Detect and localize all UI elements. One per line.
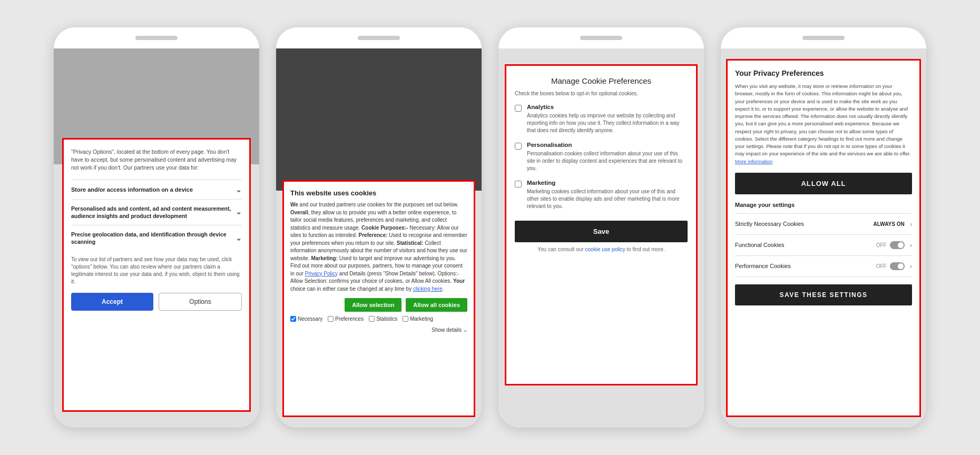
marketing-desc: Marketing cookies collect information ab… — [527, 188, 688, 210]
phone-2-checkboxes: Necessary Preferences Statistics Marketi… — [290, 316, 467, 333]
show-details-label: Show details — [432, 327, 462, 333]
checkbox-preferences[interactable]: Preferences — [328, 316, 364, 322]
phone-2-body: We and our trusted partners use cookies … — [290, 201, 467, 293]
phone-1-intro-text: "Privacy Options", located at the bottom… — [71, 148, 242, 172]
performance-off-label: OFF — [876, 263, 887, 269]
marketing-option: Marketing Marketing cookies collect info… — [515, 180, 688, 210]
phone-1-item-1-label: Store and/or access information on a dev… — [71, 186, 193, 193]
functional-toggle-area: OFF › — [876, 241, 912, 249]
allow-all-cookies-button[interactable]: Allow all cookies — [406, 298, 467, 312]
personalisation-option: Personalisation Personalisation cookies … — [515, 142, 688, 172]
manage-settings-label: Manage your settings — [735, 202, 912, 208]
phone-2-screen: This website uses cookies We and our tru… — [276, 48, 482, 428]
chevron-down-icon-3: ⌄ — [236, 233, 242, 243]
phone-4: Your Privacy Preferences When you visit … — [721, 27, 926, 428]
privacy-body: When you visit any website, it may store… — [735, 83, 912, 165]
privacy-policy-link[interactable]: Privacy Policy — [305, 271, 338, 276]
cookie-use-policy-link[interactable]: cookie use policy — [585, 246, 627, 252]
functional-cookies-label: Functional Cookies — [735, 242, 785, 248]
consult-suffix: to find out more. — [626, 246, 664, 252]
phone-1-btn-row: Accept Options — [71, 293, 242, 311]
phone-2-btn-row: Allow selection Allow all cookies — [290, 298, 467, 312]
phone-2: This website uses cookies We and our tru… — [276, 27, 482, 428]
show-details-control[interactable]: Show details ⌄ — [432, 327, 467, 333]
strictly-necessary-toggle-area: ALWAYS ON › — [874, 220, 912, 228]
phone-1-cookie-panel: "Privacy Options", located at the bottom… — [62, 138, 251, 412]
personalisation-title: Personalisation — [527, 142, 688, 148]
performance-cookies-row[interactable]: Performance Cookies OFF › — [735, 255, 912, 277]
preferences-checkbox[interactable] — [328, 316, 334, 322]
functional-cookies-row[interactable]: Functional Cookies OFF › — [735, 234, 912, 255]
phone-1: "Privacy Options", located at the bottom… — [54, 27, 259, 428]
consult-text: You can consult our cookie use policy to… — [515, 246, 688, 252]
phone-4-privacy-panel: Your Privacy Preferences When you visit … — [726, 59, 921, 417]
chevron-right-icon-2: › — [910, 241, 912, 249]
phone-2-title: This website uses cookies — [290, 189, 467, 197]
personalisation-checkbox[interactable] — [515, 143, 522, 150]
phone-1-screen: "Privacy Options", located at the bottom… — [54, 48, 259, 428]
marketing-title: Marketing — [527, 180, 688, 186]
clicking-here-link[interactable]: clicking here — [413, 286, 443, 292]
phone-3-subtitle: Check the boxes below to opt-in for opti… — [515, 91, 688, 96]
phone-1-footer-text: To view our list of partners and see how… — [71, 256, 242, 285]
chevron-right-icon-1: › — [910, 220, 912, 228]
phone-4-screen: Your Privacy Preferences When you visit … — [721, 48, 926, 428]
phone-2-bg — [276, 48, 482, 191]
privacy-body-text: When you visit any website, it may store… — [735, 83, 911, 156]
personalisation-content: Personalisation Personalisation cookies … — [527, 142, 688, 172]
strictly-necessary-row[interactable]: Strictly Necessary Cookies ALWAYS ON › — [735, 213, 912, 234]
chevron-down-icon-2: ⌄ — [236, 207, 242, 217]
accept-button[interactable]: Accept — [71, 293, 153, 311]
performance-cookies-label: Performance Cookies — [735, 263, 791, 269]
performance-toggle-area: OFF › — [876, 262, 912, 270]
functional-off-label: OFF — [876, 242, 887, 248]
performance-toggle[interactable] — [890, 262, 905, 270]
phone-1-item-2-label: Personalised ads and content, ad and con… — [71, 205, 236, 220]
checkbox-marketing[interactable]: Marketing — [403, 316, 433, 322]
phone-3-screen: Manage Cookie Preferences Check the boxe… — [498, 48, 704, 428]
marketing-checkbox[interactable] — [403, 316, 408, 322]
strictly-necessary-label: Strictly Necessary Cookies — [735, 221, 804, 227]
functional-toggle[interactable] — [890, 241, 905, 249]
analytics-checkbox[interactable] — [515, 105, 522, 112]
personalisation-desc: Personalisation cookies collect informat… — [527, 150, 688, 172]
analytics-content: Analytics Analytics cookies help us impr… — [527, 104, 688, 134]
consult-prefix: You can consult our — [537, 246, 583, 252]
phone-1-item-3-label: Precise geolocation data, and identifica… — [71, 231, 236, 245]
statistics-checkbox[interactable] — [369, 316, 375, 322]
allow-all-button[interactable]: ALLOW ALL — [735, 173, 912, 194]
checkbox-statistics[interactable]: Statistics — [369, 316, 397, 322]
marketing-checkbox-p3[interactable] — [515, 181, 522, 187]
phone-1-item-3[interactable]: Precise geolocation data, and identifica… — [71, 225, 242, 251]
phone-3-manage-panel: Manage Cookie Preferences Check the boxe… — [505, 64, 698, 385]
save-button-p3[interactable]: Save — [515, 221, 688, 242]
marketing-content: Marketing Marketing cookies collect info… — [527, 180, 688, 210]
necessary-checkbox[interactable] — [290, 316, 296, 322]
phones-container: "Privacy Options", located at the bottom… — [11, 27, 969, 428]
more-information-link[interactable]: More information — [735, 159, 772, 164]
chevron-down-icon-1: ⌄ — [236, 185, 242, 194]
privacy-title: Your Privacy Preferences — [735, 69, 912, 77]
save-settings-button[interactable]: SAVE THESE SETTINGS — [735, 284, 912, 305]
phone-3-title: Manage Cookie Preferences — [515, 76, 688, 85]
phone-3: Manage Cookie Preferences Check the boxe… — [498, 27, 704, 428]
analytics-title: Analytics — [527, 104, 688, 110]
phone-1-item-2[interactable]: Personalised ads and content, ad and con… — [71, 199, 242, 225]
options-button[interactable]: Options — [159, 293, 242, 311]
always-on-label: ALWAYS ON — [874, 221, 905, 227]
analytics-desc: Analytics cookies help us improve our we… — [527, 112, 688, 134]
phone-1-item-1[interactable]: Store and/or access information on a dev… — [71, 180, 242, 199]
chevron-down-icon-details: ⌄ — [463, 327, 467, 333]
allow-selection-button[interactable]: Allow selection — [345, 298, 401, 312]
phone-2-cookie-panel: This website uses cookies We and our tru… — [282, 180, 475, 417]
analytics-option: Analytics Analytics cookies help us impr… — [515, 104, 688, 134]
chevron-right-icon-3: › — [910, 262, 912, 270]
checkbox-necessary[interactable]: Necessary — [290, 316, 322, 322]
